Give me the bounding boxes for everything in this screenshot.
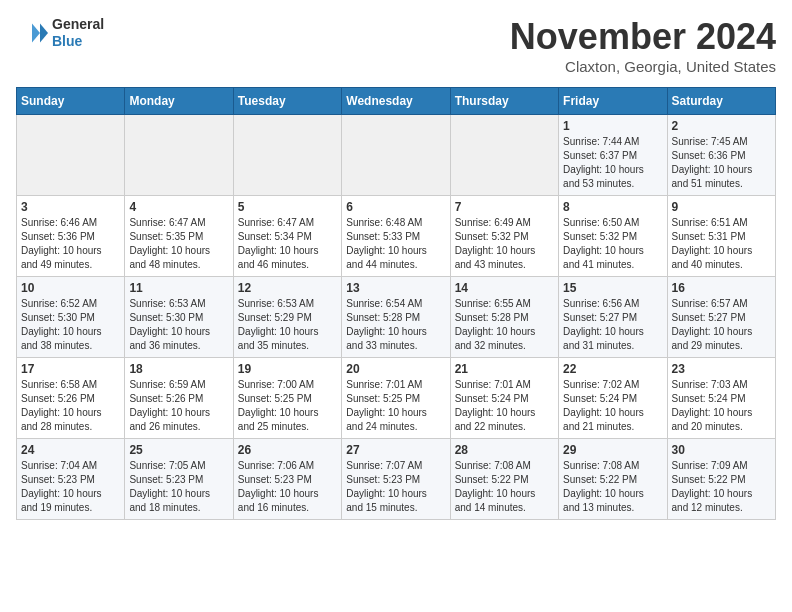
calendar-cell: 19Sunrise: 7:00 AM Sunset: 5:25 PM Dayli… bbox=[233, 358, 341, 439]
calendar-cell: 28Sunrise: 7:08 AM Sunset: 5:22 PM Dayli… bbox=[450, 439, 558, 520]
day-number: 15 bbox=[563, 281, 662, 295]
calendar-cell bbox=[17, 115, 125, 196]
day-info: Sunrise: 6:54 AM Sunset: 5:28 PM Dayligh… bbox=[346, 297, 445, 353]
day-number: 25 bbox=[129, 443, 228, 457]
calendar-cell: 26Sunrise: 7:06 AM Sunset: 5:23 PM Dayli… bbox=[233, 439, 341, 520]
calendar-cell: 30Sunrise: 7:09 AM Sunset: 5:22 PM Dayli… bbox=[667, 439, 775, 520]
day-info: Sunrise: 6:55 AM Sunset: 5:28 PM Dayligh… bbox=[455, 297, 554, 353]
calendar-cell: 11Sunrise: 6:53 AM Sunset: 5:30 PM Dayli… bbox=[125, 277, 233, 358]
day-number: 11 bbox=[129, 281, 228, 295]
calendar-cell: 3Sunrise: 6:46 AM Sunset: 5:36 PM Daylig… bbox=[17, 196, 125, 277]
day-number: 10 bbox=[21, 281, 120, 295]
day-info: Sunrise: 7:44 AM Sunset: 6:37 PM Dayligh… bbox=[563, 135, 662, 191]
calendar-cell: 25Sunrise: 7:05 AM Sunset: 5:23 PM Dayli… bbox=[125, 439, 233, 520]
day-info: Sunrise: 6:56 AM Sunset: 5:27 PM Dayligh… bbox=[563, 297, 662, 353]
weekday-row: SundayMondayTuesdayWednesdayThursdayFrid… bbox=[17, 88, 776, 115]
day-info: Sunrise: 7:03 AM Sunset: 5:24 PM Dayligh… bbox=[672, 378, 771, 434]
calendar-cell: 22Sunrise: 7:02 AM Sunset: 5:24 PM Dayli… bbox=[559, 358, 667, 439]
day-info: Sunrise: 6:53 AM Sunset: 5:30 PM Dayligh… bbox=[129, 297, 228, 353]
title-section: November 2024 Claxton, Georgia, United S… bbox=[510, 16, 776, 75]
calendar-cell: 29Sunrise: 7:08 AM Sunset: 5:22 PM Dayli… bbox=[559, 439, 667, 520]
calendar-cell: 27Sunrise: 7:07 AM Sunset: 5:23 PM Dayli… bbox=[342, 439, 450, 520]
calendar-cell bbox=[233, 115, 341, 196]
calendar-cell: 8Sunrise: 6:50 AM Sunset: 5:32 PM Daylig… bbox=[559, 196, 667, 277]
day-number: 12 bbox=[238, 281, 337, 295]
calendar-cell: 10Sunrise: 6:52 AM Sunset: 5:30 PM Dayli… bbox=[17, 277, 125, 358]
calendar-cell: 7Sunrise: 6:49 AM Sunset: 5:32 PM Daylig… bbox=[450, 196, 558, 277]
day-number: 4 bbox=[129, 200, 228, 214]
calendar-cell: 2Sunrise: 7:45 AM Sunset: 6:36 PM Daylig… bbox=[667, 115, 775, 196]
day-info: Sunrise: 6:57 AM Sunset: 5:27 PM Dayligh… bbox=[672, 297, 771, 353]
day-info: Sunrise: 6:50 AM Sunset: 5:32 PM Dayligh… bbox=[563, 216, 662, 272]
calendar-week: 24Sunrise: 7:04 AM Sunset: 5:23 PM Dayli… bbox=[17, 439, 776, 520]
day-info: Sunrise: 6:47 AM Sunset: 5:35 PM Dayligh… bbox=[129, 216, 228, 272]
calendar-body: 1Sunrise: 7:44 AM Sunset: 6:37 PM Daylig… bbox=[17, 115, 776, 520]
day-info: Sunrise: 6:49 AM Sunset: 5:32 PM Dayligh… bbox=[455, 216, 554, 272]
logo-text: General Blue bbox=[52, 16, 104, 50]
day-number: 3 bbox=[21, 200, 120, 214]
day-info: Sunrise: 6:53 AM Sunset: 5:29 PM Dayligh… bbox=[238, 297, 337, 353]
day-number: 28 bbox=[455, 443, 554, 457]
calendar-cell: 23Sunrise: 7:03 AM Sunset: 5:24 PM Dayli… bbox=[667, 358, 775, 439]
weekday-header: Monday bbox=[125, 88, 233, 115]
page-header: General Blue November 2024 Claxton, Geor… bbox=[16, 16, 776, 75]
day-number: 13 bbox=[346, 281, 445, 295]
day-number: 7 bbox=[455, 200, 554, 214]
calendar-cell bbox=[125, 115, 233, 196]
day-number: 22 bbox=[563, 362, 662, 376]
day-number: 18 bbox=[129, 362, 228, 376]
calendar-cell: 17Sunrise: 6:58 AM Sunset: 5:26 PM Dayli… bbox=[17, 358, 125, 439]
logo-icon bbox=[16, 17, 48, 49]
calendar-cell: 5Sunrise: 6:47 AM Sunset: 5:34 PM Daylig… bbox=[233, 196, 341, 277]
svg-marker-0 bbox=[40, 23, 48, 42]
calendar-cell: 21Sunrise: 7:01 AM Sunset: 5:24 PM Dayli… bbox=[450, 358, 558, 439]
calendar-cell bbox=[450, 115, 558, 196]
calendar-cell: 20Sunrise: 7:01 AM Sunset: 5:25 PM Dayli… bbox=[342, 358, 450, 439]
day-number: 2 bbox=[672, 119, 771, 133]
logo: General Blue bbox=[16, 16, 104, 50]
day-info: Sunrise: 6:52 AM Sunset: 5:30 PM Dayligh… bbox=[21, 297, 120, 353]
day-number: 8 bbox=[563, 200, 662, 214]
weekday-header: Sunday bbox=[17, 88, 125, 115]
day-number: 26 bbox=[238, 443, 337, 457]
calendar-week: 1Sunrise: 7:44 AM Sunset: 6:37 PM Daylig… bbox=[17, 115, 776, 196]
day-number: 1 bbox=[563, 119, 662, 133]
calendar-cell: 1Sunrise: 7:44 AM Sunset: 6:37 PM Daylig… bbox=[559, 115, 667, 196]
weekday-header: Friday bbox=[559, 88, 667, 115]
day-info: Sunrise: 6:48 AM Sunset: 5:33 PM Dayligh… bbox=[346, 216, 445, 272]
day-number: 9 bbox=[672, 200, 771, 214]
calendar-cell: 4Sunrise: 6:47 AM Sunset: 5:35 PM Daylig… bbox=[125, 196, 233, 277]
day-number: 30 bbox=[672, 443, 771, 457]
calendar-week: 3Sunrise: 6:46 AM Sunset: 5:36 PM Daylig… bbox=[17, 196, 776, 277]
day-info: Sunrise: 7:01 AM Sunset: 5:24 PM Dayligh… bbox=[455, 378, 554, 434]
day-number: 6 bbox=[346, 200, 445, 214]
day-info: Sunrise: 6:59 AM Sunset: 5:26 PM Dayligh… bbox=[129, 378, 228, 434]
day-number: 23 bbox=[672, 362, 771, 376]
calendar-cell: 14Sunrise: 6:55 AM Sunset: 5:28 PM Dayli… bbox=[450, 277, 558, 358]
calendar-cell: 9Sunrise: 6:51 AM Sunset: 5:31 PM Daylig… bbox=[667, 196, 775, 277]
day-number: 24 bbox=[21, 443, 120, 457]
svg-marker-1 bbox=[32, 23, 40, 42]
day-number: 21 bbox=[455, 362, 554, 376]
day-info: Sunrise: 6:47 AM Sunset: 5:34 PM Dayligh… bbox=[238, 216, 337, 272]
day-info: Sunrise: 6:58 AM Sunset: 5:26 PM Dayligh… bbox=[21, 378, 120, 434]
calendar-week: 10Sunrise: 6:52 AM Sunset: 5:30 PM Dayli… bbox=[17, 277, 776, 358]
day-number: 20 bbox=[346, 362, 445, 376]
day-number: 27 bbox=[346, 443, 445, 457]
day-info: Sunrise: 7:00 AM Sunset: 5:25 PM Dayligh… bbox=[238, 378, 337, 434]
day-info: Sunrise: 7:04 AM Sunset: 5:23 PM Dayligh… bbox=[21, 459, 120, 515]
day-info: Sunrise: 6:46 AM Sunset: 5:36 PM Dayligh… bbox=[21, 216, 120, 272]
calendar-cell: 24Sunrise: 7:04 AM Sunset: 5:23 PM Dayli… bbox=[17, 439, 125, 520]
day-number: 5 bbox=[238, 200, 337, 214]
day-info: Sunrise: 7:01 AM Sunset: 5:25 PM Dayligh… bbox=[346, 378, 445, 434]
day-info: Sunrise: 7:05 AM Sunset: 5:23 PM Dayligh… bbox=[129, 459, 228, 515]
calendar: SundayMondayTuesdayWednesdayThursdayFrid… bbox=[16, 87, 776, 520]
location: Claxton, Georgia, United States bbox=[510, 58, 776, 75]
calendar-cell: 12Sunrise: 6:53 AM Sunset: 5:29 PM Dayli… bbox=[233, 277, 341, 358]
day-info: Sunrise: 7:06 AM Sunset: 5:23 PM Dayligh… bbox=[238, 459, 337, 515]
calendar-cell: 16Sunrise: 6:57 AM Sunset: 5:27 PM Dayli… bbox=[667, 277, 775, 358]
day-info: Sunrise: 6:51 AM Sunset: 5:31 PM Dayligh… bbox=[672, 216, 771, 272]
calendar-cell: 15Sunrise: 6:56 AM Sunset: 5:27 PM Dayli… bbox=[559, 277, 667, 358]
calendar-cell: 6Sunrise: 6:48 AM Sunset: 5:33 PM Daylig… bbox=[342, 196, 450, 277]
day-info: Sunrise: 7:07 AM Sunset: 5:23 PM Dayligh… bbox=[346, 459, 445, 515]
